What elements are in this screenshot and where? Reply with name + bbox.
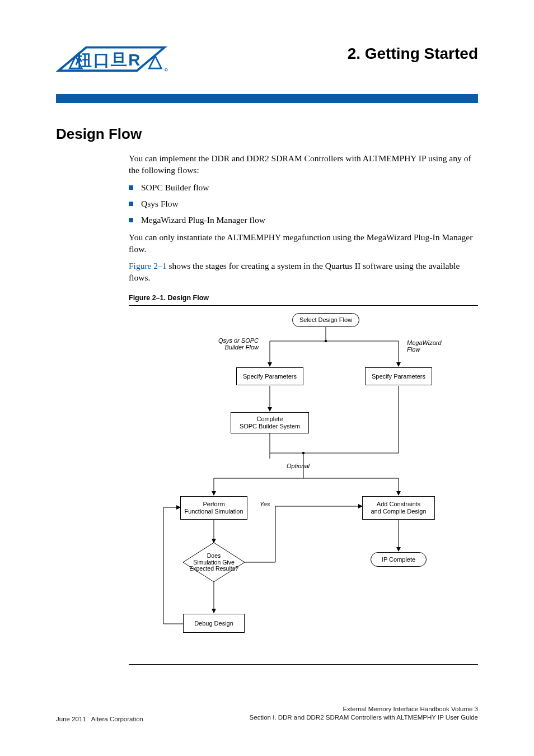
- node-ip-complete: IP Complete: [371, 552, 427, 567]
- node-decision-simulation: Does Simulation Give Expected Results?: [183, 543, 245, 582]
- edge-label-optional: Optional: [287, 463, 310, 469]
- node-specify-parameters-right: Specify Parameters: [365, 367, 432, 385]
- node-specify-parameters-left: Specify Parameters: [236, 367, 303, 385]
- footer-corp: Altera Corporation: [91, 716, 143, 722]
- figure-caption: Figure 2–1. Design Flow: [129, 294, 478, 302]
- chapter-title: 2. Getting Started: [348, 45, 478, 63]
- section-title-design-flow: Design Flow: [56, 125, 478, 143]
- body-paragraph: You can only instantiate the ALTMEMPHY m…: [129, 232, 478, 255]
- flow-connectors: [130, 310, 477, 657]
- svg-text:△: △: [148, 50, 163, 71]
- list-item: SOPC Builder flow: [129, 182, 478, 194]
- page-footer: June 2011 Altera Corporation External Me…: [56, 705, 478, 722]
- edge-label-qsys-sopc: Qsys or SOPC Builder Flow: [208, 337, 259, 351]
- node-perform-simulation: Perform Functional Simulation: [180, 496, 247, 520]
- footer-doc-title: External Memory Interface Handbook Volum…: [250, 705, 478, 714]
- svg-point-14: [302, 452, 305, 454]
- figure-xref: Figure 2–1: [129, 261, 167, 270]
- list-item: Qsys Flow: [129, 198, 478, 210]
- figure-area: Select Design Flow Qsys or SOPC Builder …: [129, 305, 478, 665]
- intro-paragraph: You can implement the DDR and DDR2 SDRAM…: [129, 153, 478, 176]
- node-complete-sopc: Complete SOPC Builder System: [231, 412, 309, 433]
- svg-point-6: [325, 340, 327, 342]
- list-item: MegaWizard Plug-In Manager flow: [129, 214, 478, 226]
- edge-label-megawizard: MegaWizard Flow: [407, 339, 452, 353]
- flowchart-diagram: Select Design Flow Qsys or SOPC Builder …: [130, 310, 477, 657]
- svg-text:△: △: [68, 50, 83, 71]
- header-divider-bar: [56, 94, 478, 103]
- svg-text:R: R: [165, 69, 167, 72]
- body-text: shows the stages for creating a system i…: [129, 261, 460, 282]
- node-debug-design: Debug Design: [183, 614, 245, 633]
- node-select-design-flow: Select Design Flow: [292, 313, 359, 327]
- node-add-constraints: Add Constraints and Compile Design: [362, 496, 435, 520]
- svg-text:杻口旦R: 杻口旦R: [75, 51, 141, 69]
- body-content: You can implement the DDR and DDR2 SDRAM…: [129, 153, 478, 284]
- edge-label-yes: Yes: [260, 501, 270, 507]
- body-paragraph: Figure 2–1 shows the stages for creating…: [129, 260, 478, 284]
- footer-date: June 2011: [56, 716, 86, 722]
- footer-section-title: Section I. DDR and DDR2 SDRAM Controller…: [250, 713, 478, 722]
- altera-logo: 杻口旦R △ △ R: [56, 45, 168, 77]
